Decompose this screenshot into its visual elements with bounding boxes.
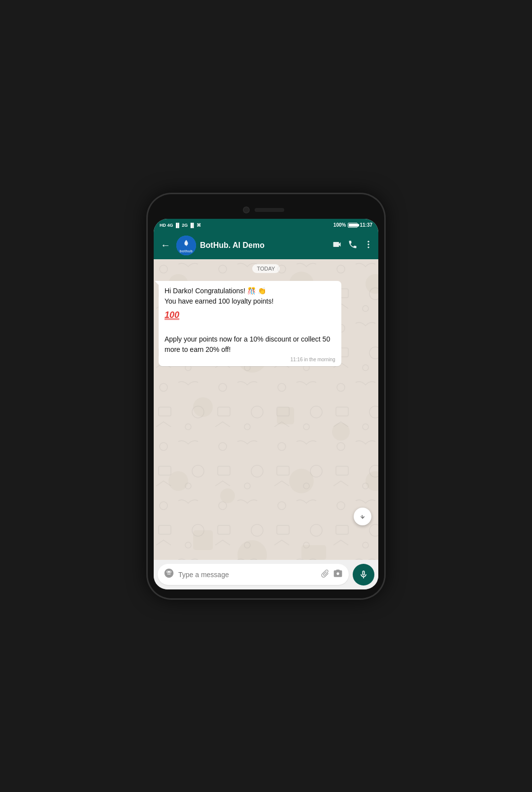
mic-icon [359,570,368,580]
message-text: Hi Darko! Congratulations! 🎊 👏 You have … [165,286,335,355]
message-input[interactable] [178,571,315,579]
status-right: 100% 11:37 [333,222,372,228]
svg-point-2 [367,246,369,248]
phone-notch [154,203,378,217]
leaf-icon [181,238,192,249]
date-label: TODAY [252,264,280,273]
battery-icon [348,223,358,228]
clock: 11:37 [360,222,372,228]
message-time: 11:16 in the morning [165,357,335,362]
header-actions [332,240,373,251]
message-line3: Apply your points now for a 10% discount… [165,334,335,355]
phone-frame: HD 4G ▐▌ 2G ▐▌ ⌘ 100% 11:37 ← [148,194,384,598]
contact-name: BotHub. AI Demo [200,241,328,250]
status-bar: HD 4G ▐▌ 2G ▐▌ ⌘ 100% 11:37 [154,219,378,232]
message-input-wrapper [158,564,349,585]
camera-button[interactable] [333,569,343,581]
message-bubble: Hi Darko! Congratulations! 🎊 👏 You have … [159,281,341,366]
scroll-down-button[interactable] [354,508,371,525]
front-camera [243,207,250,213]
svg-point-8 [167,571,168,572]
status-indicators: HD 4G ▐▌ 2G ▐▌ ⌘ [160,223,201,228]
avatar-inner: bothub [176,236,196,255]
messages-container: Hi Darko! Congratulations! 🎊 👏 You have … [154,278,378,371]
chat-header: ← bothub BotHub. AI Demo [154,232,378,259]
contact-avatar[interactable]: bothub [176,236,196,255]
svg-point-1 [367,243,369,245]
svg-point-0 [367,241,369,242]
avatar-label: bothub [180,249,193,253]
mic-button[interactable] [353,564,374,585]
chat-area: TODAY Hi Darko! Congratulations! 🎊 👏 You… [154,259,378,560]
more-options-icon[interactable] [364,240,373,251]
status-left: HD 4G ▐▌ 2G ▐▌ ⌘ [160,223,201,228]
back-button[interactable]: ← [159,238,172,253]
message-line2: You have earned 100 loyalty points! [165,296,335,307]
chat-spacer [154,371,378,560]
message-emoji-100: 100 [165,309,335,322]
emoji-button[interactable] [164,568,174,581]
input-bar [154,560,378,589]
speaker [255,208,284,212]
video-call-icon[interactable] [332,240,342,251]
phone-screen: HD 4G ▐▌ 2G ▐▌ ⌘ 100% 11:37 ← [154,219,378,589]
phone-call-icon[interactable] [348,240,358,251]
battery-fill [349,224,357,227]
date-badge: TODAY [154,259,378,278]
battery-percent: 100% [333,222,346,228]
svg-point-9 [170,571,171,572]
message-line1: Hi Darko! Congratulations! 🎊 👏 [165,286,335,296]
attach-button[interactable] [316,567,332,583]
